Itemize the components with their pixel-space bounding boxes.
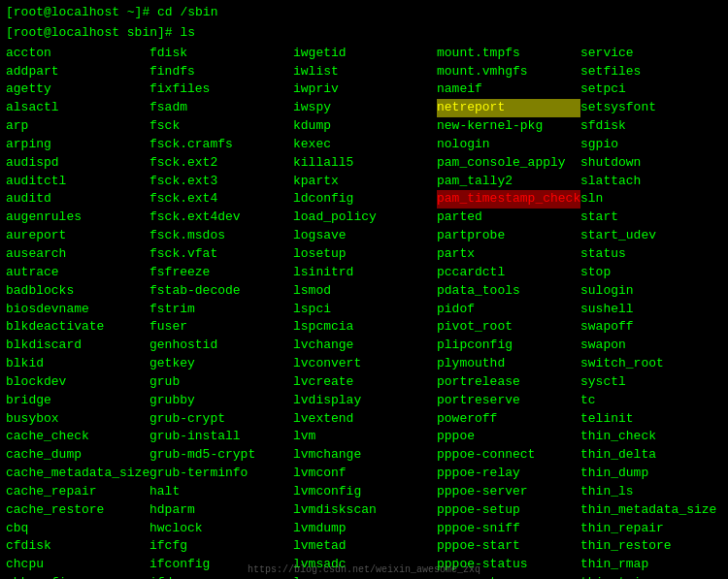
file-item: alsactl	[6, 99, 149, 117]
file-item: findfs	[149, 63, 293, 81]
file-item: pppoe-server	[437, 483, 580, 501]
file-item: sulogin	[580, 282, 724, 301]
file-item: lsinitrd	[293, 264, 437, 282]
file-item: auditctl	[6, 173, 149, 191]
file-item: genhostid	[149, 337, 293, 355]
file-item: pppoe-sniff	[437, 520, 580, 538]
file-item: lvcreate	[293, 373, 437, 392]
file-item: ldconfig	[293, 190, 437, 209]
file-item: status	[580, 245, 724, 264]
prompt-line-1: [root@localhost ~]# cd /sbin	[6, 4, 722, 22]
file-item: killall5	[293, 154, 437, 173]
file-item: lvmdiskscan	[293, 501, 437, 520]
file-item: cache_dump	[6, 446, 149, 465]
file-item: losetup	[293, 245, 437, 264]
file-item: cbq	[6, 520, 149, 538]
file-item: thin_check	[580, 428, 724, 446]
file-item: pam_tally2	[437, 173, 580, 191]
file-item: lvmconf	[293, 465, 437, 483]
file-item: fixfiles	[149, 80, 293, 99]
file-item: parted	[437, 209, 580, 227]
file-item: fsck.cramfs	[149, 136, 293, 154]
file-listing: acctonfdiskiwgetidmount.tmpfsserviceaddp…	[6, 45, 722, 579]
file-item: accton	[6, 45, 149, 63]
file-item: switch_root	[580, 355, 724, 373]
file-item: auditd	[6, 190, 149, 209]
file-item: thin_metadata_size	[580, 501, 724, 520]
file-item: pccardctl	[437, 264, 580, 282]
file-item: cache_metadata_size	[6, 465, 149, 483]
file-item: iwpriv	[293, 80, 437, 99]
file-item: telinit	[580, 410, 724, 429]
file-item: bridge	[6, 392, 149, 410]
file-item: new-kernel-pkg	[437, 117, 580, 136]
file-item: pam_console_apply	[437, 154, 580, 173]
file-item: grub	[149, 373, 293, 392]
file-item: ifcfg	[149, 537, 293, 556]
file-item: fsck	[149, 117, 293, 136]
file-item: fsfreeze	[149, 264, 293, 282]
file-item: lsmod	[293, 282, 437, 301]
file-item: pppoe-setup	[437, 501, 580, 520]
file-item: lvm	[293, 428, 437, 446]
file-item: arping	[6, 136, 149, 154]
file-item: thin_repair	[580, 520, 724, 538]
file-item: hwclock	[149, 520, 293, 538]
file-item: lvmdump	[293, 520, 437, 538]
file-item: kpartx	[293, 173, 437, 191]
file-item: service	[580, 45, 724, 63]
file-item: autrace	[6, 264, 149, 282]
file-item: audispd	[6, 154, 149, 173]
file-item: chcpu	[6, 556, 149, 574]
file-item: fsck.ext4dev	[149, 209, 293, 227]
file-item: lspci	[293, 301, 437, 319]
file-item: slattach	[580, 173, 724, 191]
file-item: lvchange	[293, 337, 437, 355]
file-item: nologin	[437, 136, 580, 154]
file-item: getkey	[149, 355, 293, 373]
watermark: https://blog.csdn.net/weixin_awesome_zxq	[248, 563, 480, 578]
file-item: halt	[149, 483, 293, 501]
file-item: load_policy	[293, 209, 437, 227]
file-item: blkdeactivate	[6, 318, 149, 337]
file-item: thin_trim	[580, 574, 724, 579]
file-item: fdisk	[149, 45, 293, 63]
file-item: fsck.vfat	[149, 245, 293, 264]
file-item: cfdisk	[6, 537, 149, 556]
file-item: iwgetid	[293, 45, 437, 63]
file-item: aureport	[6, 227, 149, 245]
file-item: pppoe	[437, 428, 580, 446]
file-item: fstrim	[149, 301, 293, 319]
terminal: [root@localhost ~]# cd /sbin [root@local…	[6, 4, 722, 579]
file-item: lvdisplay	[293, 392, 437, 410]
file-item: pdata_tools	[437, 282, 580, 301]
file-item: setpci	[580, 80, 724, 99]
file-item: lvconvert	[293, 355, 437, 373]
file-item: fsck.ext4	[149, 190, 293, 209]
file-item: blkdiscard	[6, 337, 149, 355]
file-item: mount.tmpfs	[437, 45, 580, 63]
file-item: sln	[580, 190, 724, 209]
file-item: augenrules	[6, 209, 149, 227]
file-item: sgpio	[580, 136, 724, 154]
file-item: badblocks	[6, 282, 149, 301]
file-item: addpart	[6, 63, 149, 81]
file-item: thin_delta	[580, 446, 724, 465]
file-item: fsck.ext3	[149, 173, 293, 191]
file-item: kexec	[293, 136, 437, 154]
file-item: portrelease	[437, 373, 580, 392]
file-item: cache_repair	[6, 483, 149, 501]
file-item: grub-crypt	[149, 410, 293, 429]
file-item: kdump	[293, 117, 437, 136]
file-item: hdparm	[149, 501, 293, 520]
file-item: tc	[580, 392, 724, 410]
file-item: netreport	[437, 99, 580, 117]
file-item: mount.vmhgfs	[437, 63, 580, 81]
file-item: pam_timestamp_check	[437, 190, 580, 209]
file-item: poweroff	[437, 410, 580, 429]
file-item: lvextend	[293, 410, 437, 429]
file-item: agetty	[6, 80, 149, 99]
file-item: start_udev	[580, 227, 724, 245]
file-item: plymouthd	[437, 355, 580, 373]
file-item: grubby	[149, 392, 293, 410]
